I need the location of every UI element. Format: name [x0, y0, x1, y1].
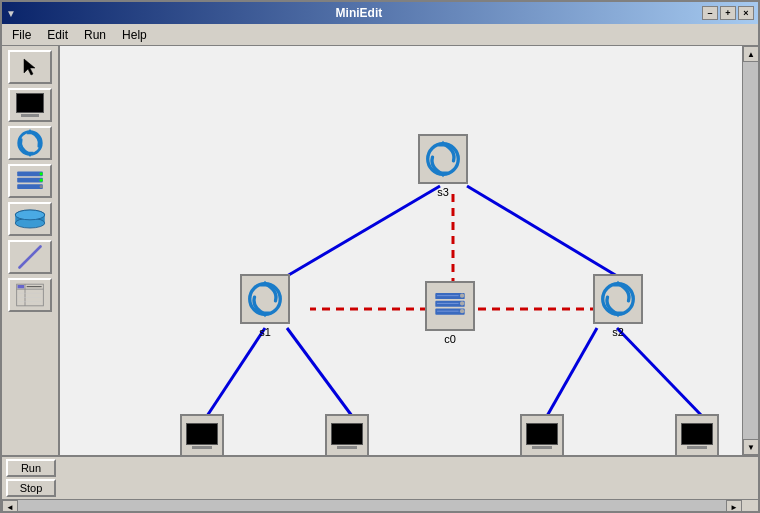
run-stop-area: Run Stop — [2, 457, 384, 499]
svg-point-46 — [460, 309, 464, 313]
controller-tool[interactable] — [8, 164, 52, 198]
svg-point-7 — [40, 172, 43, 175]
close-button[interactable]: × — [738, 6, 754, 20]
network-connections — [60, 46, 742, 455]
switch-s3-label: s3 — [437, 186, 449, 198]
vertical-scrollbar: ▲ ▼ — [742, 46, 758, 455]
svg-rect-6 — [17, 184, 43, 189]
svg-rect-18 — [18, 285, 25, 288]
switch-s1-box — [240, 274, 290, 324]
svg-point-45 — [460, 301, 464, 305]
svg-line-27 — [547, 328, 597, 416]
switch-s2-icon — [597, 278, 639, 320]
disk-icon — [12, 208, 48, 230]
titlebar: ▼ MiniEdit – + × — [2, 2, 758, 24]
network-tool[interactable] — [8, 202, 52, 236]
svg-point-9 — [40, 185, 43, 188]
scroll-down-button[interactable]: ▼ — [743, 439, 758, 455]
scroll-up-button[interactable]: ▲ — [743, 46, 758, 62]
select-tool[interactable] — [8, 50, 52, 84]
toolbar — [2, 46, 60, 455]
main-area: s3 s1 — [2, 46, 758, 455]
svg-line-26 — [287, 328, 352, 416]
switch-s3-icon — [422, 138, 464, 180]
menu-edit[interactable]: Edit — [39, 26, 76, 44]
scroll-track-horizontal[interactable] — [18, 500, 726, 514]
maximize-button[interactable]: + — [720, 6, 736, 20]
menubar: File Edit Run Help — [2, 24, 758, 46]
window-title: MiniEdit — [16, 6, 702, 20]
run-button[interactable]: Run — [6, 459, 56, 477]
netinfo-icon — [15, 282, 45, 308]
switch-s2-label: s2 — [612, 326, 624, 338]
controller-c0-icon — [431, 287, 469, 325]
node-h4[interactable]: h4 — [675, 414, 719, 455]
switch-icon — [12, 129, 48, 157]
svg-point-13 — [15, 210, 44, 220]
switch-tool[interactable] — [8, 126, 52, 160]
svg-rect-4 — [17, 171, 43, 176]
node-h1[interactable]: h1 — [180, 414, 224, 455]
svg-marker-0 — [24, 59, 35, 75]
node-h2[interactable]: h2 — [325, 414, 369, 455]
host-h4-box — [675, 414, 719, 455]
menu-run[interactable]: Run — [76, 26, 114, 44]
node-s1[interactable]: s1 — [240, 274, 290, 338]
svg-point-8 — [40, 179, 43, 182]
menu-help[interactable]: Help — [114, 26, 155, 44]
switch-s3-box — [418, 134, 468, 184]
switch-s1-label: s1 — [259, 326, 271, 338]
window-controls: – + × — [702, 6, 754, 20]
link-icon — [16, 243, 44, 271]
scroll-left-button[interactable]: ◄ — [2, 500, 18, 514]
canvas-area[interactable]: s3 s1 — [60, 46, 742, 455]
node-h3[interactable]: h3 — [520, 414, 564, 455]
host-h2-box — [325, 414, 369, 455]
cursor-icon — [20, 57, 40, 77]
host-tool[interactable] — [8, 88, 52, 122]
controller-c0-label: c0 — [444, 333, 456, 345]
switch-s2-box — [593, 274, 643, 324]
menu-file[interactable]: File — [4, 26, 39, 44]
svg-line-28 — [617, 328, 702, 416]
controller-icon — [14, 167, 46, 195]
node-c0[interactable]: c0 — [425, 281, 475, 345]
horizontal-scrollbar: ◄ ► — [2, 499, 758, 513]
host-h3-box — [520, 414, 564, 455]
bottom-area: Run Stop ◄ ► — [2, 455, 758, 511]
minimize-button[interactable]: – — [702, 6, 718, 20]
controller-c0-box — [425, 281, 475, 331]
switch-s1-icon — [244, 278, 286, 320]
svg-line-25 — [207, 328, 265, 416]
svg-line-24 — [467, 186, 617, 276]
main-window: ▼ MiniEdit – + × File Edit Run Help — [0, 0, 760, 513]
link-tool[interactable] — [8, 240, 52, 274]
scroll-right-button[interactable]: ► — [726, 500, 742, 514]
scrollbar-corner — [742, 500, 758, 514]
svg-line-23 — [287, 186, 440, 276]
svg-rect-5 — [17, 178, 43, 183]
node-s3[interactable]: s3 — [418, 134, 468, 198]
svg-point-44 — [460, 293, 464, 297]
bottom-filler — [384, 457, 758, 499]
stop-button[interactable]: Stop — [6, 479, 56, 497]
scroll-track-vertical[interactable] — [743, 62, 758, 439]
svg-line-14 — [20, 247, 41, 268]
host-h1-box — [180, 414, 224, 455]
node-s2[interactable]: s2 — [593, 274, 643, 338]
netinfo-tool[interactable] — [8, 278, 52, 312]
